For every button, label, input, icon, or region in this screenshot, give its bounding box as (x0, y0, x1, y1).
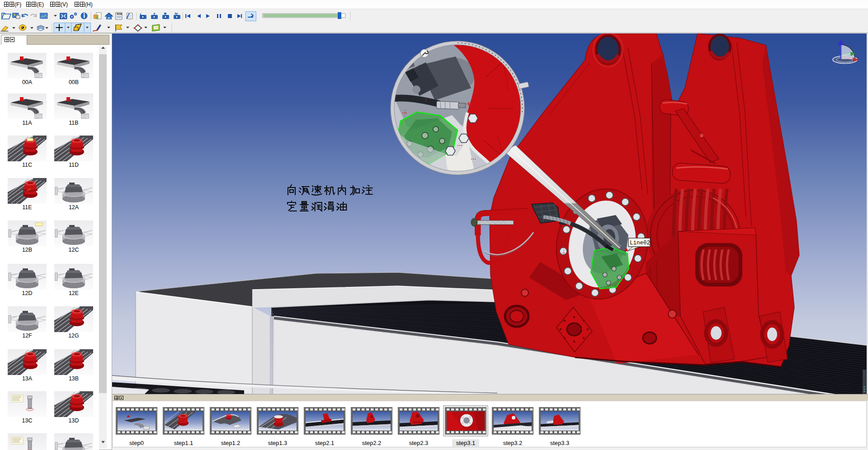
svg-text:BOM: BOM (117, 13, 122, 15)
svg-text:step2.3: step2.3 (409, 440, 429, 446)
svg-text:step0: step0 (129, 440, 144, 446)
svg-text:13A: 13A (22, 375, 33, 382)
svg-text:11E: 11E (22, 204, 32, 211)
svg-text:12G: 12G (68, 333, 79, 339)
svg-text:step3.1: step3.1 (456, 440, 476, 446)
svg-text:11C: 11C (22, 162, 32, 168)
svg-text:step1.3: step1.3 (268, 440, 288, 446)
svg-text:11A: 11A (22, 120, 32, 126)
svg-text:Line02: Line02 (630, 240, 650, 246)
svg-text:13D: 13D (69, 417, 79, 424)
svg-text:step1.1: step1.1 (174, 440, 193, 446)
svg-text:12E: 12E (69, 290, 79, 296)
svg-text:step2.1: step2.1 (315, 440, 335, 446)
svg-text:11B: 11B (69, 120, 78, 126)
svg-text:step3.2: step3.2 (503, 440, 523, 446)
svg-text:00A: 00A (22, 79, 33, 85)
svg-text:step1.2: step1.2 (221, 440, 241, 446)
svg-text:12F: 12F (22, 333, 32, 339)
svg-text:12C: 12C (69, 247, 79, 253)
svg-text:step3.3: step3.3 (550, 440, 570, 446)
svg-text:step2.2: step2.2 (362, 440, 382, 446)
svg-text:13C: 13C (22, 417, 33, 424)
svg-text:12B: 12B (22, 247, 32, 253)
svg-text:13B: 13B (69, 375, 79, 382)
svg-text:11D: 11D (69, 162, 79, 168)
svg-text:12D: 12D (22, 290, 33, 296)
svg-text:00B: 00B (69, 79, 79, 85)
svg-text:12A: 12A (69, 204, 79, 211)
